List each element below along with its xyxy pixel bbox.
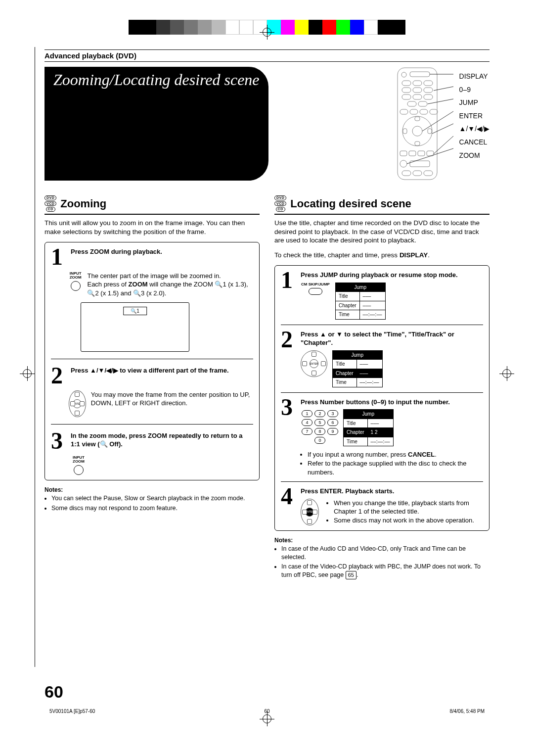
- remote-label: DISPLAY: [459, 70, 490, 83]
- input-zoom-button-icon: INPUT ZOOM: [69, 272, 82, 291]
- svg-rect-14: [400, 109, 408, 114]
- svg-rect-15: [410, 109, 418, 114]
- input-zoom-button-icon: INPUT ZOOM: [69, 456, 89, 475]
- page-number: 60: [44, 682, 63, 702]
- svg-rect-20: [415, 117, 420, 121]
- step-3: 3 In the zoom mode, press ZOOM repeatedl…: [51, 431, 253, 451]
- svg-rect-22: [403, 129, 407, 134]
- numpad-icon: 123 456 789 0: [302, 410, 338, 444]
- svg-line-37: [432, 124, 453, 134]
- svg-rect-30: [402, 171, 411, 176]
- notes-heading: Notes:: [44, 486, 260, 493]
- locating-intro: Use the title, chapter and time recorded…: [274, 219, 490, 245]
- footer-filename: 5V00101A [E]p57-60: [49, 709, 95, 714]
- step-2: 2 Press ▲/▼/◀/▶ to view a different part…: [51, 366, 253, 385]
- left-margin-rule: [35, 47, 35, 667]
- registration-crosshair-icon: [20, 366, 35, 381]
- svg-rect-0: [398, 68, 437, 180]
- remote-label: CANCEL: [459, 136, 490, 149]
- page-content: Advanced playback (DVD) Zooming/Locating…: [44, 49, 490, 581]
- step-1: 1 Press JUMP during playback or resume s…: [281, 271, 483, 320]
- svg-point-1: [401, 72, 406, 77]
- locating-heading: DVD VCD CD Locating desired scene: [274, 195, 490, 215]
- step-1: 1 Press ZOOM during playback.: [51, 247, 253, 266]
- svg-rect-12: [407, 101, 416, 106]
- disc-badges: DVD VCD CD: [44, 195, 56, 212]
- remote-label-list: DISPLAY 0–9 JUMP ENTER ▲/▼/◀/▶ CANCEL ZO…: [459, 67, 490, 181]
- svg-point-28: [400, 160, 407, 167]
- locating-column: DVD VCD CD Locating desired scene Use th…: [274, 195, 490, 581]
- svg-rect-17: [430, 109, 438, 114]
- svg-rect-32: [424, 171, 433, 176]
- svg-rect-11: [424, 94, 433, 99]
- svg-rect-10: [413, 94, 422, 99]
- footer-timestamp: 8/4/06, 5:48 PM: [449, 709, 485, 714]
- svg-line-34: [434, 87, 453, 91]
- svg-rect-6: [402, 88, 411, 93]
- zoom-steps-box: 1 Press ZOOM during playback. INPUT ZOOM…: [44, 242, 260, 480]
- dpad-icon: ENTER: [69, 390, 86, 417]
- svg-rect-31: [413, 171, 422, 176]
- remote-label: ZOOM: [459, 149, 490, 162]
- jump-osd-menu: Jump Title––– Chapter––– Time––:––:––: [335, 283, 386, 320]
- title-row: Zooming/Locating desired scene: [44, 67, 490, 181]
- dpad-icon: ENTER: [301, 499, 319, 525]
- locate-steps-box: 1 Press JUMP during playback or resume s…: [274, 265, 490, 530]
- remote-label: ENTER: [459, 109, 490, 123]
- zooming-intro: This unit will allow you to zoom in on t…: [44, 219, 260, 236]
- svg-rect-7: [413, 88, 422, 93]
- display-hint: To check the title, chapter and time, pr…: [274, 251, 490, 260]
- remote-icon: [395, 67, 454, 181]
- locate-notes: In case of the Audio CD and Video-CD, on…: [274, 545, 490, 580]
- zooming-heading: DVD VCD CD Zooming: [44, 195, 260, 215]
- section-header: Advanced playback (DVD): [44, 49, 490, 62]
- remote-label: 0–9: [459, 83, 490, 96]
- jump-osd-menu: Jump Title––– Chapter––– Time––:––:––: [332, 350, 383, 387]
- remote-label: JUMP: [459, 96, 490, 109]
- dpad-icon: ENTER: [301, 350, 327, 377]
- svg-rect-4: [413, 81, 422, 86]
- step-3: 3 Press Number buttons (0–9) to input th…: [281, 398, 483, 476]
- svg-rect-16: [420, 109, 428, 114]
- svg-rect-25: [409, 151, 416, 156]
- svg-rect-2: [410, 72, 430, 77]
- svg-line-38: [434, 136, 453, 154]
- remote-label: ▲/▼/◀/▶: [459, 122, 490, 136]
- svg-line-36: [422, 111, 453, 131]
- svg-line-35: [428, 99, 453, 104]
- svg-point-19: [412, 126, 422, 136]
- svg-rect-24: [400, 151, 407, 156]
- step-4: 4 Press ENTER. Playback starts. ENTER Wh…: [281, 487, 483, 525]
- notes-heading: Notes:: [274, 537, 490, 544]
- footer-pagenum: 60: [264, 709, 269, 714]
- page-title: Zooming/Locating desired scene: [44, 67, 268, 181]
- zoom-osd-mock: 🔍1: [81, 302, 189, 352]
- svg-rect-9: [402, 94, 411, 99]
- jump-button-icon: CM SKIP/JUMP: [301, 283, 330, 295]
- jump-osd-menu: Jump Title––– Chapter1 2 Time––:––:––: [343, 409, 394, 446]
- zooming-column: DVD VCD CD Zooming This unit will allow …: [44, 195, 260, 581]
- svg-rect-26: [418, 151, 425, 156]
- svg-rect-3: [402, 81, 411, 86]
- svg-rect-21: [415, 142, 420, 145]
- remote-diagram: DISPLAY 0–9 JUMP ENTER ▲/▼/◀/▶ CANCEL ZO…: [395, 67, 490, 181]
- svg-rect-13: [418, 101, 427, 106]
- svg-rect-5: [424, 81, 433, 86]
- registration-crosshair-icon: [499, 366, 514, 381]
- svg-rect-23: [428, 129, 432, 134]
- svg-rect-8: [424, 88, 433, 93]
- step-2: 2 Press ▲ or ▼ to select the "Time", "Ti…: [281, 330, 483, 387]
- registration-crosshair-icon: [260, 25, 274, 40]
- disc-badges: DVD VCD CD: [274, 195, 286, 212]
- zoom-notes: You can select the Pause, Slow or Search…: [44, 494, 260, 513]
